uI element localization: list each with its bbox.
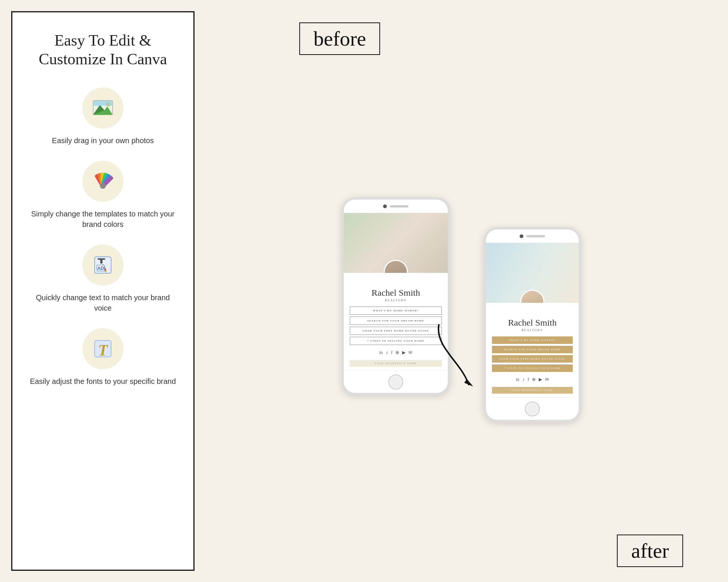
- feature-colors-text: Simply change the templates to match you…: [27, 209, 178, 230]
- before-section: before: [299, 22, 380, 55]
- font-icon: T: [92, 338, 114, 360]
- phone-after-screen: Rachel Smith REALTOR® WHAT'S MY HOME WOR…: [486, 243, 579, 397]
- phone-after-top: [486, 230, 579, 243]
- btn-after-0[interactable]: WHAT'S MY HOME WORTH?: [492, 336, 573, 344]
- btn-before-0[interactable]: WHAT'S MY HOME WORTH?: [350, 307, 442, 315]
- photos-icon-circle: [82, 87, 123, 129]
- tiktok-icon-after: ♪: [522, 377, 524, 382]
- text-edit-icon: AD: [92, 254, 114, 276]
- home-button-after[interactable]: [525, 401, 540, 416]
- before-label-box: before: [299, 22, 380, 55]
- right-panel: before Rachel Smith REALTOR® WHA: [195, 0, 728, 582]
- svg-text:AD: AD: [97, 266, 104, 271]
- feature-fonts-text: Easily adjust the fonts to your specific…: [30, 376, 176, 387]
- social-icons-before: in ♪ f ⊕ ▶ ✉: [379, 350, 412, 355]
- phones-container: Rachel Smith REALTOR® WHAT'S MY HOME WOR…: [342, 197, 581, 422]
- email-icon: ✉: [409, 350, 412, 355]
- btn-before-3[interactable]: 7 STEPS TO SELLING YOUR HOME: [350, 337, 442, 345]
- phone-after: Rachel Smith REALTOR® WHAT'S MY HOME WOR…: [484, 227, 581, 422]
- feature-photos-text: Easily drag in your own photos: [52, 135, 154, 146]
- linkedin-icon: in: [379, 350, 383, 355]
- btn-before-1[interactable]: SEARCH FOR YOUR DREAM HOME: [350, 317, 442, 325]
- svg-rect-4: [93, 101, 113, 106]
- curved-arrow-icon: [431, 317, 491, 392]
- tiktok-icon: ♪: [386, 350, 388, 355]
- social-icons-after: in ♪ f ⊕ ▶ ✉: [516, 377, 549, 382]
- realtor-title-after: REALTOR®: [521, 329, 543, 332]
- svg-marker-21: [464, 379, 473, 387]
- realtor-title-before: REALTOR®: [385, 299, 407, 302]
- web-icon-after: ⊕: [532, 377, 536, 382]
- fonts-icon-circle: T: [82, 328, 123, 369]
- feature-text-label: Quickly change text to match your brand …: [27, 292, 178, 313]
- btn-before-2[interactable]: GRAB YOUR FREE HOME BUYER GUIDE: [350, 327, 442, 335]
- after-label-box: after: [617, 535, 683, 567]
- youtube-icon: ▶: [402, 350, 406, 355]
- web-icon: ⊕: [395, 350, 399, 355]
- facebook-icon-after: f: [527, 377, 529, 382]
- text-icon-circle: AD: [82, 244, 123, 286]
- left-panel: Easy To Edit &Customize In Canva Easily …: [11, 11, 195, 571]
- image-icon: [92, 97, 114, 119]
- feature-colors: Simply change the templates to match you…: [27, 161, 178, 230]
- realtor-name-before: Rachel Smith: [371, 288, 420, 298]
- speaker-bar: [390, 205, 409, 207]
- svg-text:T: T: [98, 342, 108, 359]
- youtube-icon-after: ▶: [539, 377, 542, 382]
- after-label: after: [631, 539, 669, 562]
- brokerage-bar-after: YOUR BROKERAGE NAME: [492, 387, 573, 394]
- btn-after-2[interactable]: GRAB YOUR FREE HOME BUYER GUIDE: [492, 355, 573, 363]
- phone-before-top: [344, 200, 448, 213]
- after-section: after: [617, 535, 683, 567]
- btn-after-1[interactable]: SEARCH FOR YOUR DREAM HOME: [492, 346, 573, 353]
- hero-image-after: [486, 243, 579, 303]
- svg-point-11: [100, 183, 106, 189]
- camera-dot-after: [520, 234, 523, 238]
- email-icon-after: ✉: [545, 377, 549, 382]
- svg-rect-14: [100, 258, 103, 264]
- hero-image-before: [344, 213, 448, 273]
- linkedin-icon-after: in: [516, 377, 519, 382]
- phone-after-bottom: [486, 397, 579, 420]
- facebook-icon: f: [391, 350, 392, 355]
- speaker-bar-after: [526, 235, 545, 237]
- screen-content-after: Rachel Smith REALTOR® WHAT'S MY HOME WOR…: [486, 303, 579, 397]
- colors-icon-circle: [82, 161, 123, 202]
- camera-dot: [383, 204, 387, 208]
- before-label: before: [313, 27, 366, 50]
- home-button-before[interactable]: [388, 375, 403, 389]
- btn-after-3[interactable]: 7 STEPS TO SELLING YOUR HOME: [492, 364, 573, 372]
- realtor-name-after: Rachel Smith: [508, 318, 557, 328]
- color-swatch-icon: [92, 170, 114, 193]
- feature-fonts: T Easily adjust the fonts to your specif…: [27, 328, 178, 387]
- feature-photos: Easily drag in your own photos: [27, 87, 178, 146]
- brokerage-bar-before: YOUR BROKERAGE NAME: [350, 360, 442, 367]
- main-title: Easy To Edit &Customize In Canva: [39, 31, 167, 69]
- feature-text: AD Quickly change text to match your bra…: [27, 244, 178, 313]
